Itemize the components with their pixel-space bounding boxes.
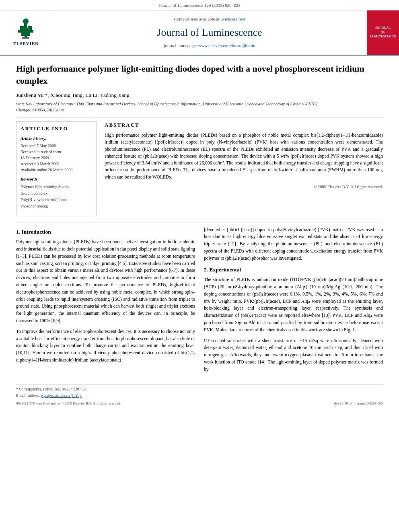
accepted-date: Accepted 3 March 2009 [21, 161, 92, 167]
article-history: Article history: Received 7 May 2008 Rec… [21, 136, 92, 173]
keyword-2: Iridium complex [21, 190, 92, 197]
body-columns: 1. Introduction Polymer light-emitting d… [16, 226, 383, 377]
sciencedirect-line: Contents lists available at ScienceDirec… [174, 16, 245, 23]
keywords-list: Polymer light-emitting diodes Iridium co… [21, 184, 92, 210]
keywords-label: Keywords: [21, 176, 92, 182]
author-email[interactable]: jsyu@uestc.edu.cn (J. Yu). [41, 394, 82, 398]
elsevier-logo-area: ELSEVIER [0, 10, 52, 55]
received-revised-label: Received in revised form [21, 149, 92, 155]
keywords-section: Keywords: Polymer light-emitting diodes … [21, 176, 92, 209]
section2-title: 2. Experimental [204, 266, 383, 274]
history-label: Article history: [21, 136, 92, 142]
body-right-column: [denoted as (pbi)₂Ir(acac)] doped in pol… [204, 226, 383, 377]
revised-date: 16 February 2009 [21, 155, 92, 161]
article-title: High performance polymer light-emitting … [16, 63, 383, 86]
section1-title: 1. Introduction [16, 228, 195, 236]
elsevier-label: ELSEVIER [13, 41, 39, 47]
abstract-column: ABSTRACT High performance polymer light-… [105, 121, 383, 216]
journal-homepage: journal homepage: www.elsevier.com/locat… [164, 43, 255, 49]
abstract-heading: ABSTRACT [105, 121, 383, 129]
section1-para1: Polymer light-emitting diodes (PLEDs) ha… [16, 238, 195, 325]
header-section: ELSEVIER Contents lists available at Sci… [0, 10, 399, 55]
svg-rect-5 [20, 26, 24, 31]
journal-badge: JournalofLuminescence [367, 10, 399, 55]
luminescence-badge-text: JournalofLuminescence [368, 25, 397, 40]
top-citation-bar: Journal of Luminescence 129 (2009) 820–8… [0, 0, 399, 10]
info-abstract-columns: ARTICLE INFO Article history: Received 7… [16, 121, 383, 216]
section2-para1: The structure of PLEDs is indium tin oxi… [204, 276, 383, 334]
journal-title: Journal of Luminescence [157, 25, 262, 40]
header-center: Contents lists available at ScienceDirec… [52, 10, 367, 55]
page-wrapper: Journal of Luminescence 129 (2009) 820–8… [0, 0, 399, 410]
keyword-1: Polymer light-emitting diodes [21, 184, 92, 190]
page-footer: * Corresponding author. Tel.: 86 28 8320… [16, 384, 383, 407]
copyright-line: © 2009 Elsevier B.V. All rights reserved… [105, 184, 383, 190]
homepage-url[interactable]: www.elsevier.com/locate/jlumin [198, 43, 255, 48]
elsevier-logo: ELSEVIER [13, 18, 39, 47]
keyword-4: Phosphor doping [21, 203, 92, 210]
available-date: Available online 20 March 2009 [21, 167, 92, 173]
section2-para2: ITO-coated substrates with a sheet resis… [204, 337, 383, 373]
abstract-text: High performance polymer light-emitting … [105, 132, 383, 181]
corresponding-author-note: * Corresponding author. Tel.: 86 28 8320… [16, 387, 383, 392]
body-left-column: 1. Introduction Polymer light-emitting d… [16, 226, 195, 377]
authors-line: Junsheng Yu *, Xiaoqing Tang, Lu Li, Yad… [16, 91, 383, 99]
section1-right-para1: [denoted as (pbi)₂Ir(acac)] doped in pol… [204, 226, 383, 262]
received-date: Received 7 May 2008 [21, 143, 92, 149]
journal-citation: Journal of Luminescence 129 (2009) 820–8… [158, 3, 240, 8]
affiliation: State Key Laboratory of Electronic Thin … [16, 101, 383, 113]
footer-doi: doi:10.1016/j.jlumin.2009.03.005 [334, 401, 383, 406]
svg-rect-9 [22, 37, 29, 39]
body-divider [16, 222, 383, 222]
elsevier-tree-icon [14, 18, 37, 39]
section1-para2: To improve the performance of electropho… [16, 328, 195, 364]
article-info-column: ARTICLE INFO Article history: Received 7… [16, 121, 97, 216]
svg-rect-6 [28, 26, 32, 31]
svg-point-8 [23, 18, 29, 24]
sciencedirect-link[interactable]: ScienceDirect [220, 16, 245, 21]
keyword-3: Poly(N-vinylcarbazole) host [21, 197, 92, 203]
footer-bottom: 0022-2313/$ - see front matter © 2009 El… [16, 401, 383, 406]
article-content: High performance polymer light-emitting … [0, 55, 399, 410]
header-divider [16, 117, 383, 117]
footer-copyright: 0022-2313/$ - see front matter © 2009 El… [16, 401, 121, 406]
email-note: E-mail address: jsyu@uestc.edu.cn (J. Yu… [16, 393, 383, 398]
article-info-heading: ARTICLE INFO [21, 125, 92, 133]
